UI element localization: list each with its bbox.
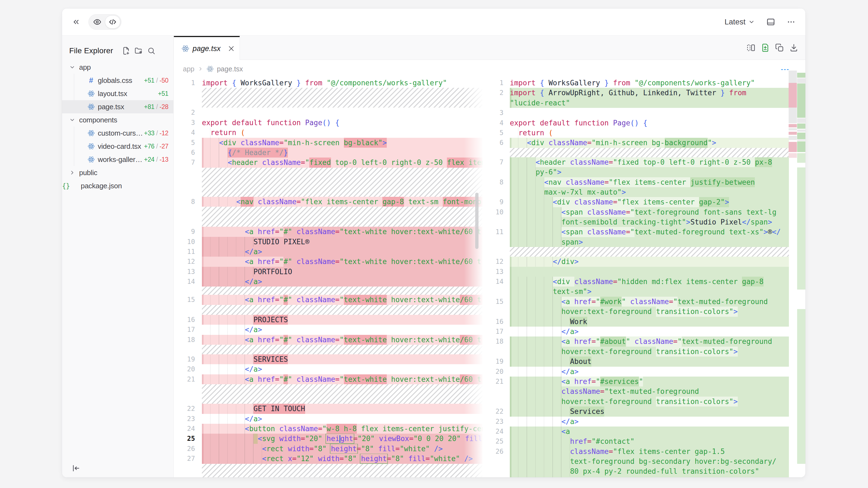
tree-folder-public[interactable]: public <box>62 166 173 179</box>
code-line[interactable]: 7<header className="fixed top-0 left-0 r… <box>174 158 482 167</box>
code-line[interactable]: 16PROJECTS <box>174 315 482 325</box>
code-line[interactable]: 1import { WorksGallery } from "@/compone… <box>174 78 482 88</box>
code-line[interactable]: 19SERVICES <box>174 354 482 364</box>
code-line[interactable]: hover:text-foreground transition-colors"… <box>483 397 805 406</box>
collapse-panel-icon[interactable] <box>72 18 80 26</box>
code-line[interactable]: 20</a> <box>174 364 482 374</box>
code-line[interactable]: className="text-muted-foreground <box>483 386 805 396</box>
tree-file-video-card.tsx[interactable]: video-card.tsx+76 / -27 <box>62 140 173 153</box>
code-line[interactable]: 13PORTFOLIO <box>174 267 482 276</box>
code-line[interactable] <box>174 384 482 404</box>
code-line[interactable]: 8<nav className="flex items-center gap-8… <box>174 197 482 207</box>
code-line[interactable] <box>174 287 482 295</box>
code-line[interactable]: 14<div className="hidden md:flex items-c… <box>483 276 805 287</box>
code-line[interactable]: 17</a> <box>174 325 482 334</box>
code-line[interactable] <box>174 305 482 315</box>
code-line[interactable]: 21<a href="#services" <box>483 377 805 386</box>
tab-page-tsx[interactable]: page.tsx <box>174 36 240 60</box>
tree-file-layout.tsx[interactable]: layout.tsx+51 <box>62 87 173 100</box>
code-line[interactable]: font-semibold tracking-tight">Studio Pix… <box>483 217 805 227</box>
left-pane-scrollbar-thumb[interactable] <box>475 193 478 249</box>
code-line[interactable] <box>174 207 482 227</box>
code-line[interactable]: 11<span className="text-muted-foreground… <box>483 227 805 237</box>
code-line[interactable]: 22Services <box>483 406 805 416</box>
tree-file-package.json[interactable]: {}package.json <box>62 179 173 192</box>
code-line[interactable] <box>174 168 482 197</box>
version-dropdown[interactable]: Latest <box>724 18 755 26</box>
code-line[interactable]: 22GET IN TOUCH <box>174 404 482 414</box>
code-line[interactable] <box>483 148 805 157</box>
diff-overview-ruler[interactable] <box>788 36 805 469</box>
code-line[interactable]: 4export default function Page() { <box>483 118 805 128</box>
code-line[interactable]: 12<a href="#" className="text-white hove… <box>174 257 482 266</box>
code-line[interactable]: 9<div className="flex items-center gap-2… <box>483 197 805 207</box>
code-view-toggle[interactable] <box>105 15 120 29</box>
code-line[interactable]: 24<a <box>483 426 805 436</box>
code-line[interactable]: 2import { ArrowUpRight, Github, Linkedin… <box>483 88 805 98</box>
code-line[interactable]: 80 px-4 py-2 rounded-full transition-col… <box>483 466 805 476</box>
code-line[interactable]: 4return ( <box>174 128 482 137</box>
code-line[interactable]: 21<a href="#" className="text-white hove… <box>174 375 482 384</box>
code-line[interactable]: 11</a> <box>174 247 482 257</box>
code-line[interactable]: 17</a> <box>483 327 805 336</box>
new-file-button[interactable] <box>122 47 130 55</box>
code-line[interactable]: 10STUDIO PIXEL® <box>174 237 482 247</box>
more-options-button[interactable] <box>787 18 796 26</box>
code-line[interactable]: 14</a> <box>174 276 482 287</box>
tree-folder-components[interactable]: components <box>62 113 173 127</box>
code-line[interactable]: 15<a href="#" className="text-white hove… <box>174 295 482 305</box>
code-line[interactable]: py-6"> <box>483 167 805 177</box>
collapse-sidebar-button[interactable] <box>70 462 82 474</box>
code-line[interactable]: text-foreground bg-secondary hover:bg-se… <box>483 456 805 466</box>
tree-file-globals.css[interactable]: #globals.css+51 / -50 <box>62 74 173 87</box>
copy-code-button[interactable] <box>775 43 784 52</box>
code-line[interactable]: 5<div className="min-h-screen bg-black"> <box>174 138 482 148</box>
code-line[interactable] <box>483 247 805 257</box>
code-line[interactable] <box>174 464 482 478</box>
code-line[interactable]: "lucide-react" <box>483 98 805 108</box>
code-line[interactable]: 24<button className="w-8 h-8 flex items-… <box>174 424 482 434</box>
code-line[interactable]: hover:text-foreground transition-colors"… <box>483 347 805 357</box>
tree-file-works-galler-[interactable]: works-galler…+24 / -13 <box>62 153 173 166</box>
code-line[interactable]: 13 <box>483 267 805 276</box>
tab-close-button[interactable] <box>228 45 235 52</box>
code-line[interactable]: 6{/* Header */} <box>174 148 482 158</box>
code-line[interactable]: 10<span className="text-foreground font-… <box>483 207 805 217</box>
code-line[interactable]: hover:text-foreground transition-colors"… <box>483 306 805 317</box>
code-line[interactable]: span> <box>483 237 805 247</box>
breadcrumb-file[interactable]: page.tsx <box>217 65 243 73</box>
code-line[interactable]: 25 <svg width="20" height="20" viewBox="… <box>174 434 482 444</box>
diff-pane-original[interactable]: 1import { WorksGallery } from "@/compone… <box>174 78 482 478</box>
code-line[interactable]: 16Work <box>483 317 805 327</box>
diff-pane-modified[interactable]: 1import { WorksGallery } from "@/compone… <box>483 78 805 478</box>
code-line[interactable]: 1import { WorksGallery } from "@/compone… <box>483 78 805 88</box>
code-line[interactable]: 26className="flex items-center gap-1.5 <box>483 447 805 456</box>
code-line[interactable]: 9<a href="#" className="text-white hover… <box>174 227 482 236</box>
file-diff-button[interactable] <box>761 43 770 52</box>
code-line[interactable]: 18<a href="#about" className="text-muted… <box>483 336 805 346</box>
code-line[interactable]: 23</a> <box>174 414 482 424</box>
code-line[interactable]: 19About <box>483 357 805 366</box>
code-line[interactable]: 23</a> <box>483 417 805 426</box>
code-line[interactable]: 2 <box>174 107 482 118</box>
split-editor-button[interactable] <box>747 43 755 52</box>
code-line[interactable]: 20</a> <box>483 367 805 377</box>
tree-file-page.tsx[interactable]: page.tsx+81 / -28 <box>62 100 173 113</box>
code-line[interactable]: 27> <box>483 477 805 478</box>
code-line[interactable]: text-sm"> <box>483 287 805 296</box>
code-line[interactable]: 18<a href="#" className="text-white hove… <box>174 335 482 345</box>
code-line[interactable]: max-w-7xl mx-auto"> <box>483 187 805 197</box>
breadcrumb-folder[interactable]: app <box>183 65 194 73</box>
code-line[interactable]: 6<div className="min-h-screen bg-backgro… <box>483 138 805 148</box>
code-line[interactable]: 8<nav className="flex items-center justi… <box>483 177 805 187</box>
tree-folder-app[interactable]: app <box>62 61 173 74</box>
code-line[interactable] <box>174 88 482 107</box>
preview-eye-toggle[interactable] <box>90 15 105 29</box>
code-line[interactable]: 25href="#contact" <box>483 436 805 446</box>
tree-file-custom-curs-[interactable]: custom-curs…+33 / -12 <box>62 127 173 140</box>
code-line[interactable]: 5return ( <box>483 128 805 138</box>
code-line[interactable]: 3export default function Page() { <box>174 118 482 128</box>
code-line[interactable]: 27<rect x="12" width="8" height="8" fill… <box>174 454 482 463</box>
code-line[interactable]: 12</div> <box>483 257 805 266</box>
panel-bottom-button[interactable] <box>766 18 775 26</box>
